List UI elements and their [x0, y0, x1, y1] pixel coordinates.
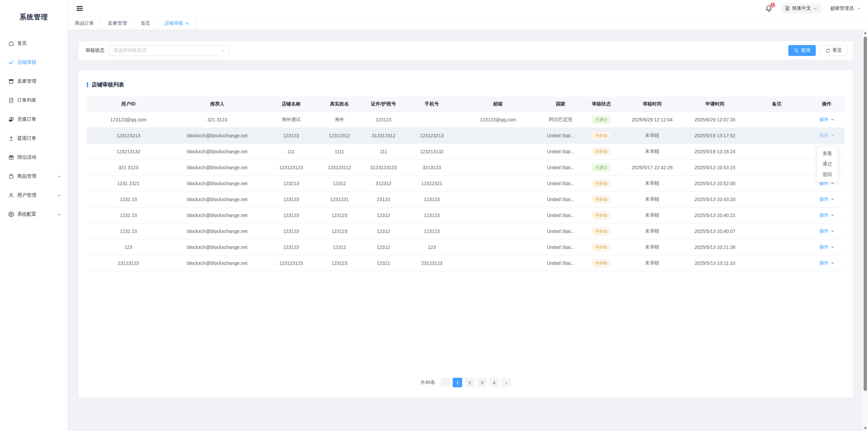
pagination-page-1[interactable]: 1	[453, 378, 462, 387]
row-action-dropdown-trigger[interactable]: 操作	[820, 228, 834, 234]
dropdown-item-驳回[interactable]: 驳回	[817, 169, 838, 180]
cell-apply_time: 2025/5/13 10:43:20	[685, 191, 745, 207]
cell-remark	[745, 159, 809, 175]
scrollbar-thumb[interactable]	[864, 37, 867, 391]
cell-status: 已通过	[584, 112, 619, 128]
tab-label: 首页	[141, 20, 150, 26]
row-action-dropdown-trigger[interactable]: 操作	[820, 133, 834, 139]
check-icon	[8, 59, 14, 65]
dropdown-item-通过[interactable]: 通过	[817, 159, 838, 169]
row-action-dropdown-trigger[interactable]: 操作	[820, 212, 834, 218]
cell-user_id: 1231 23	[87, 223, 170, 239]
pagination-page-3[interactable]: 3	[477, 378, 487, 387]
row-action-dropdown-trigger[interactable]: 操作	[820, 260, 834, 266]
document-icon	[8, 97, 14, 103]
cell-shop_name: 123123	[265, 207, 317, 223]
sidebar-item-order-list[interactable]: 订单列表	[0, 91, 67, 110]
tab-label: 店铺审核	[164, 20, 183, 26]
table-row: 123123213blockxch@blockxchange.net123123…	[87, 128, 845, 143]
filter-label: 审核状态	[85, 47, 104, 54]
chevron-down-icon	[831, 118, 834, 121]
scrollbar-up-arrow[interactable]	[863, 30, 868, 36]
cell-referrer: blockxch@blockxchange.net	[170, 239, 265, 255]
cell-remark	[745, 143, 809, 159]
audit-status-select[interactable]: 请选择审核状态	[109, 45, 229, 56]
cell-audit_time: 2025/5/17 22:42:26	[619, 159, 685, 175]
pagination-page-2[interactable]: 2	[465, 378, 474, 387]
row-action-dropdown-trigger[interactable]: 操作	[820, 196, 834, 202]
cell-email	[458, 159, 538, 175]
status-badge: 待审核	[592, 132, 611, 140]
pagination-page-4[interactable]: 4	[489, 378, 499, 387]
cell-shop_name: 123123	[265, 128, 317, 143]
chevron-down-icon	[831, 245, 834, 249]
chevron-down-icon	[831, 229, 834, 233]
tab-店铺审核[interactable]: 店铺审核×	[157, 17, 196, 30]
select-placeholder: 请选择审核状态	[113, 47, 146, 54]
tab-卖家管理[interactable]: 卖家管理	[101, 17, 134, 30]
cell-country: United Stat...	[538, 207, 584, 223]
sidebar-item-recharge-orders[interactable]: 充值订单	[0, 110, 67, 129]
tab-商品订单[interactable]: 商品订单	[68, 17, 101, 30]
sidebar-menu: 首页店铺审核卖家管理订单列表充值订单提现订单情侣活动商品管理用户管理系统配置	[0, 34, 67, 224]
cell-apply_time: 2025/5/13 10:11:10	[685, 255, 745, 271]
cell-email	[458, 175, 538, 191]
close-icon[interactable]: ×	[186, 21, 189, 26]
sidebar-item-seller-management[interactable]: 卖家管理	[0, 72, 67, 91]
cell-audit_time: 未审核	[619, 223, 685, 239]
tab-首页[interactable]: 首页	[134, 17, 157, 30]
cell-apply_time: 2025/5/19 13:16:24	[685, 143, 745, 159]
status-badge: 待审核	[592, 195, 611, 203]
sidebar-item-withdraw-orders[interactable]: 提现订单	[0, 129, 67, 148]
status-badge: 已通过	[592, 163, 611, 172]
sidebar-item-shop-audit[interactable]: 店铺审核	[0, 53, 67, 72]
cell-phone: 123123213	[406, 128, 458, 143]
status-badge: 待审核	[592, 211, 611, 219]
cell-audit_time: 未审核	[619, 143, 685, 159]
notification-badge: 1	[770, 2, 775, 8]
cell-user_id: 123213132	[87, 143, 170, 159]
sidebar-item-home[interactable]: 首页	[0, 34, 67, 53]
cell-id_number: 23123	[361, 191, 406, 207]
search-button[interactable]: 查询	[788, 45, 816, 56]
cell-remark	[745, 175, 809, 191]
cell-referrer: blockxch@blockxchange.net	[170, 175, 265, 191]
audit-table: 用户ID推荐人店铺名称真实姓名证件/护照号手机号邮箱国家审核状态审核时间申请时间…	[87, 97, 845, 271]
cell-email	[458, 191, 538, 207]
row-action-dropdown-trigger[interactable]: 操作	[820, 117, 834, 123]
dropdown-item-查看[interactable]: 查看	[817, 148, 838, 159]
language-selector[interactable]: 简体中文	[781, 3, 821, 14]
sidebar-item-product-management[interactable]: 商品管理	[0, 167, 67, 186]
notification-bell-icon[interactable]: 1	[765, 5, 772, 12]
cell-action: 操作	[809, 223, 845, 239]
cell-remark	[745, 191, 809, 207]
cell-phone: 3213123	[406, 159, 458, 175]
cell-id_number: 312312	[361, 175, 406, 191]
action-label: 操作	[820, 196, 829, 202]
cell-real_name: 123123112	[317, 159, 361, 175]
sidebar-item-couple-activity[interactable]: 情侣活动	[0, 148, 67, 167]
sidebar-item-label: 订单列表	[17, 97, 36, 103]
sidebar-item-system-config[interactable]: 系统配置	[0, 205, 67, 224]
table-row: 23123123blockxch@blockxchange.net1231231…	[87, 255, 845, 271]
user-name: 超级管理员	[830, 5, 854, 12]
pagination-next-button[interactable]: ›	[501, 378, 511, 387]
row-action-dropdown-trigger[interactable]: 操作	[820, 244, 834, 250]
vertical-scrollbar[interactable]	[862, 30, 868, 431]
collapse-menu-icon[interactable]	[76, 5, 83, 12]
pagination-prev-button[interactable]: ‹	[440, 378, 450, 387]
cell-phone: 12312321	[406, 175, 458, 191]
cell-remark	[745, 112, 809, 128]
scrollbar-down-arrow[interactable]	[863, 425, 868, 431]
cell-referrer: blockxch@blockxchange.net	[170, 207, 265, 223]
cell-referrer: blockxch@blockxchange.net	[170, 143, 265, 159]
reset-button[interactable]: 重置	[820, 45, 847, 56]
user-menu[interactable]: 超级管理员	[830, 5, 861, 12]
cell-apply_time: 2025/5/13 10:40:22	[685, 207, 745, 223]
chevron-down-icon	[831, 261, 834, 265]
cell-audit_time: 未审核	[619, 207, 685, 223]
sidebar-item-user-management[interactable]: 用户管理	[0, 186, 67, 205]
chevron-down-icon	[57, 193, 61, 197]
column-header-apply_time: 申请时间	[685, 97, 745, 112]
column-header-shop_name: 店铺名称	[265, 97, 317, 112]
